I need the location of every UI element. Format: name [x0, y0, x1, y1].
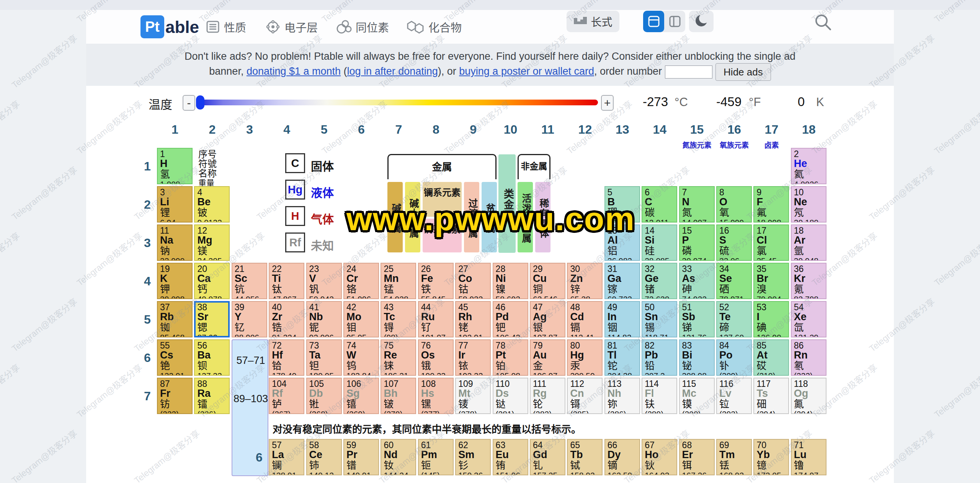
state-legend-label-液体[interactable]: 液体	[311, 183, 334, 200]
element-cell-Tc[interactable]: 43Tc锝(98)	[381, 301, 416, 337]
category-chip-actinide[interactable]: 锕系元素	[423, 219, 462, 252]
element-cell-Eu[interactable]: 63Eu铕151.96	[493, 439, 528, 475]
element-cell-Nb[interactable]: 41Nb铌92.906	[306, 301, 342, 337]
element-cell-N[interactable]: 7N氮14.007	[679, 186, 715, 223]
category-chip-alkaline[interactable]: 碱土金属	[405, 182, 420, 252]
element-cell-Os[interactable]: 76Os锇190.23	[418, 339, 454, 376]
element-cell-Pr[interactable]: 59Pr镨140.91	[343, 439, 379, 475]
element-cell-Te[interactable]: 52Te碲127.60	[716, 301, 752, 337]
category-chip-transition[interactable]: 过渡金属	[464, 182, 479, 252]
element-cell-Sc[interactable]: 21Sc钪44.956	[232, 263, 267, 299]
element-cell-Gd[interactable]: 64Gd钆157.25	[530, 439, 565, 475]
state-legend-symbol-液体[interactable]: Hg	[285, 180, 305, 200]
element-cell-S[interactable]: 16S硫32.06	[716, 224, 752, 261]
element-cell-Sb[interactable]: 51Sb锑121.76	[679, 301, 715, 337]
category-chip-lanthanide[interactable]: 镧系元素	[423, 182, 462, 217]
group-number-16[interactable]: 16	[716, 123, 752, 137]
element-cell-Ni[interactable]: 28Ni镍58.693	[493, 263, 528, 299]
element-cell-Pm[interactable]: 61Pm钷(145)	[418, 439, 454, 475]
element-cell-Rn[interactable]: 86Rn氡(222)	[791, 339, 826, 376]
group-number-15[interactable]: 15	[679, 123, 715, 137]
element-cell-H[interactable]: 1H氢1.008	[157, 148, 193, 184]
element-cell-C[interactable]: 6C碳12.011	[642, 186, 677, 223]
element-cell-Dy[interactable]: 66Dy镝162.50	[604, 439, 640, 475]
element-cell-Tb[interactable]: 65Tb铽158.93	[567, 439, 603, 475]
element-cell-Yb[interactable]: 70Yb镱173.05	[753, 439, 789, 475]
element-cell-P[interactable]: 15P磷30.974	[679, 224, 715, 261]
element-cell-Sm[interactable]: 62Sm钐150.36	[455, 439, 491, 475]
category-chip-alkali[interactable]: 碱金属	[387, 182, 403, 252]
element-cell-Mg[interactable]: 12Mg镁24.305	[194, 224, 230, 261]
element-cell-Al[interactable]: 13Al铝26.982	[604, 224, 640, 261]
group-number-9[interactable]: 9	[455, 123, 491, 137]
element-cell-Sg[interactable]: 106Sg𬭳(269)	[343, 378, 379, 414]
group-number-13[interactable]: 13	[604, 123, 640, 137]
element-cell-Xe[interactable]: 54Xe氙131.29	[791, 301, 826, 337]
category-chip-nonmetal[interactable]: 活泼非金属	[518, 182, 533, 252]
element-cell-Na[interactable]: 11Na钠22.990	[157, 224, 193, 261]
element-cell-La[interactable]: 57La镧138.91	[269, 439, 304, 475]
group-number-12[interactable]: 12	[567, 123, 603, 137]
element-cell-Fr[interactable]: 87Fr钫(223)	[157, 378, 193, 414]
element-cell-Zr[interactable]: 40Zr锆91.224	[269, 301, 304, 337]
element-cell-Ga[interactable]: 31Ga镓69.723	[604, 263, 640, 299]
group-number-3[interactable]: 3	[232, 123, 268, 137]
element-cell-Cu[interactable]: 29Cu铜63.546	[530, 263, 565, 299]
element-cell-Cn[interactable]: 112Cn鿔(285)	[567, 378, 603, 414]
element-cell-Lu[interactable]: 71Lu镥174.97	[791, 439, 826, 475]
element-cell-Rg[interactable]: 111Rg𬬭(282)	[530, 378, 565, 414]
element-cell-At[interactable]: 85At砹(210)	[753, 339, 789, 376]
element-cell-Re[interactable]: 75Re铼186.21	[381, 339, 416, 376]
element-cell-Ra[interactable]: 88Ra镭(226)	[194, 378, 230, 414]
group-number-17[interactable]: 17	[753, 123, 789, 137]
element-cell-Ti[interactable]: 22Ti钛47.867	[269, 263, 304, 299]
element-cell-Kr[interactable]: 36Kr氪83.798	[791, 263, 826, 299]
element-cell-Pd[interactable]: 46Pd钯106.42	[493, 301, 528, 337]
element-cell-Ne[interactable]: 10Ne氖20.180	[791, 186, 826, 223]
element-cell-Cs[interactable]: 55Cs铯132.91	[157, 339, 193, 376]
element-cell-I[interactable]: 53I碘126.90	[753, 301, 789, 337]
element-cell-Og[interactable]: 118Og鿫(294)	[791, 378, 826, 414]
state-legend-symbol-固体[interactable]: C	[285, 153, 305, 173]
group-number-1[interactable]: 1	[157, 123, 193, 137]
element-cell-Mc[interactable]: 115Mc镆(290)	[679, 378, 715, 414]
element-cell-Ir[interactable]: 77Ir铱192.22	[455, 339, 491, 376]
element-cell-Lv[interactable]: 116Lv𫟷(293)	[716, 378, 752, 414]
element-cell-Y[interactable]: 39Y钇88.906	[232, 301, 267, 337]
state-legend-label-未知[interactable]: 未知	[311, 236, 334, 253]
element-cell-Ge[interactable]: 32Ge锗72.630	[642, 263, 677, 299]
category-chip-noble[interactable]: 稀有气体	[535, 182, 550, 252]
element-cell-Zn[interactable]: 30Zn锌65.38	[567, 263, 603, 299]
element-cell-Si[interactable]: 14Si硅28.085	[642, 224, 677, 261]
element-cell-Li[interactable]: 3Li锂6.94	[157, 186, 193, 223]
group-number-2[interactable]: 2	[194, 123, 230, 137]
element-cell-Rh[interactable]: 45Rh铑102.91	[455, 301, 491, 337]
element-cell-Fe[interactable]: 26Fe铁55.845	[418, 263, 454, 299]
element-cell-Ca[interactable]: 20Ca钙40.078	[194, 263, 230, 299]
element-cell-Hg[interactable]: 80Hg汞200.59	[567, 339, 603, 376]
group-family-link-17[interactable]: 卤素	[745, 139, 798, 150]
state-legend-symbol-未知[interactable]: Rf	[285, 232, 305, 252]
element-cell-Rb[interactable]: 37Rb铷85.468	[157, 301, 193, 337]
element-cell-Nd[interactable]: 60Nd钕144.24	[381, 439, 416, 475]
element-cell-Co[interactable]: 27Co钴58.933	[455, 263, 491, 299]
group-number-14[interactable]: 14	[642, 123, 678, 137]
element-cell-Ru[interactable]: 44Ru钌101.07	[418, 301, 454, 337]
element-cell-Cr[interactable]: 24Cr铬51.996	[343, 263, 379, 299]
element-cell-Cd[interactable]: 48Cd镉112.41	[567, 301, 603, 337]
element-cell-Ts[interactable]: 117Ts鿬(294)	[753, 378, 789, 414]
group-number-18[interactable]: 18	[791, 123, 827, 137]
group-number-5[interactable]: 5	[306, 123, 342, 137]
element-cell-Cl[interactable]: 17Cl氯35.45	[753, 224, 789, 261]
group-number-4[interactable]: 4	[269, 123, 305, 137]
element-cell-F[interactable]: 9F氟18.998	[753, 186, 789, 223]
state-legend-label-固体[interactable]: 固体	[311, 157, 334, 174]
element-cell-Mn[interactable]: 25Mn锰54.938	[381, 263, 416, 299]
group-number-10[interactable]: 10	[493, 123, 529, 137]
category-chip-metalloid[interactable]: 类金属	[498, 154, 516, 253]
element-cell-Ho[interactable]: 67Ho钬164.93	[642, 439, 677, 475]
period-number-1[interactable]: 1	[141, 159, 154, 174]
element-cell-V[interactable]: 23V钒50.942	[306, 263, 342, 299]
element-cell-Ds[interactable]: 110Ds𫟼(281)	[493, 378, 528, 414]
period-number-2[interactable]: 2	[141, 198, 154, 212]
